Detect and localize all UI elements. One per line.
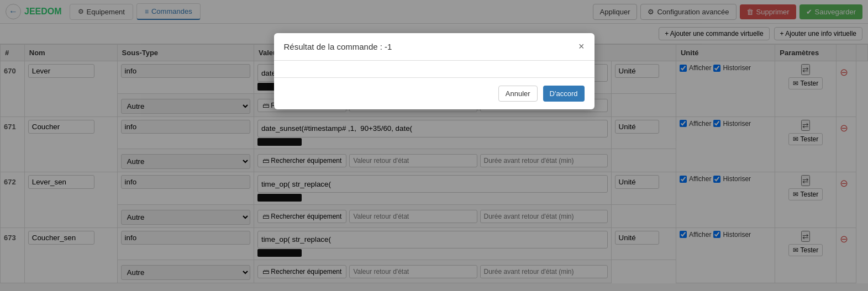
modal-title: Résultat de la commande : -1 xyxy=(284,42,392,51)
modal: Résultat de la commande : -1 × Annuler D… xyxy=(274,33,595,109)
modal-body xyxy=(274,61,595,77)
modal-footer: Annuler D'accord xyxy=(274,77,595,109)
modal-overlay: Résultat de la commande : -1 × Annuler D… xyxy=(0,0,868,283)
modal-cancel-button[interactable]: Annuler xyxy=(498,86,538,102)
modal-ok-button[interactable]: D'accord xyxy=(543,86,585,102)
modal-close-button[interactable]: × xyxy=(578,41,585,52)
modal-header: Résultat de la commande : -1 × xyxy=(274,33,595,61)
